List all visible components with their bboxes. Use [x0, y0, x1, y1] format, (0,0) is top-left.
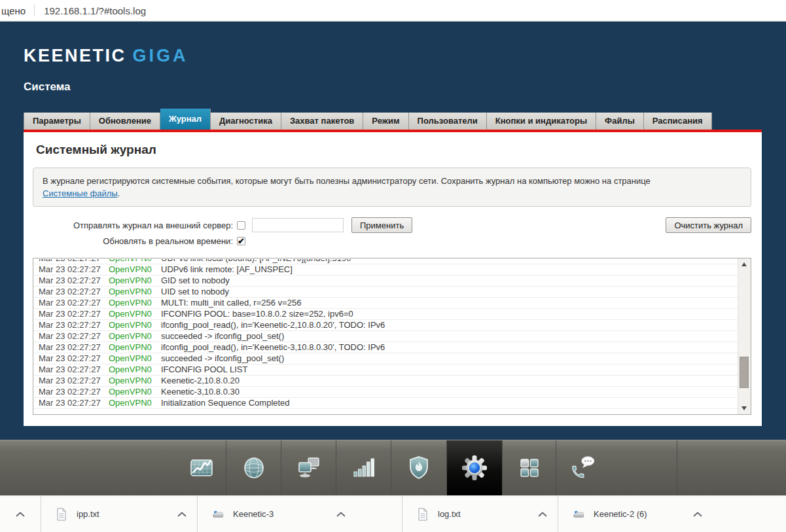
- log-message: UID set to nobody: [161, 287, 738, 297]
- log-row: Mar 23 02:27:27 OpenVPN0 IFCONFIG POOL L…: [33, 364, 738, 376]
- clear-log-button[interactable]: Очистить журнал: [666, 217, 751, 233]
- tab[interactable]: Пользователи: [409, 113, 487, 130]
- download-item[interactable]: ipp.txt: [41, 496, 198, 532]
- send-log-checkbox[interactable]: [237, 221, 245, 230]
- download-filename: ipp.txt: [77, 509, 99, 519]
- scrollbar-track[interactable]: [738, 258, 751, 414]
- scroll-up-button[interactable]: [738, 258, 751, 270]
- log-timestamp: Mar 23 02:27:27: [33, 364, 109, 375]
- realtime-checkbox[interactable]: [237, 237, 245, 245]
- log-timestamp: Mar 23 02:27:27: [33, 298, 109, 308]
- log-message: MULTI: multi_init called, r=256 v=256: [161, 298, 738, 308]
- log-message: GID set to nobody: [161, 275, 738, 286]
- taskbar-item-telephony-phone[interactable]: [556, 440, 677, 495]
- log-message: UDPv6 link local (bound): [AF_INET6][und…: [161, 259, 738, 264]
- security-status-label: щено: [1, 5, 26, 16]
- tab[interactable]: Кнопки и индикаторы: [487, 113, 596, 130]
- taskbar-item-wifi-signal[interactable]: [336, 440, 391, 495]
- log-message: Keenetic-2,10.8.0.20: [161, 376, 738, 386]
- local-network-icon: [295, 454, 323, 482]
- chevron-up-icon[interactable]: [693, 512, 702, 517]
- omnibox-separator: [34, 5, 35, 16]
- log-facility: OpenVPN0: [109, 320, 161, 330]
- log-facility: OpenVPN0: [109, 387, 161, 397]
- taskbar-item-applications-grid[interactable]: [503, 440, 556, 495]
- chevron-up-icon[interactable]: [538, 512, 547, 517]
- realtime-label: Обновлять в реальном времени:: [24, 236, 233, 246]
- tab[interactable]: Захват пакетов: [281, 113, 363, 130]
- log-timestamp: Mar 23 02:27:27: [33, 398, 109, 408]
- log-timestamp: Mar 23 02:27:27: [33, 320, 109, 330]
- tab[interactable]: Журнал: [160, 109, 211, 130]
- firewall-shield-icon: [405, 454, 433, 482]
- log-facility: OpenVPN0: [109, 342, 161, 353]
- log-row: Mar 23 02:27:27 OpenVPN0 ifconfig_pool_r…: [33, 320, 738, 331]
- downloads-shelf: ipp.txt Keenetic-3 log.txt Keenetic-2 (6…: [0, 495, 786, 532]
- log-facility: OpenVPN0: [109, 287, 161, 297]
- text-file-icon: [417, 508, 429, 521]
- brand-model: GIGA: [133, 46, 188, 65]
- tab[interactable]: Режим: [363, 113, 408, 130]
- send-log-label: Отправлять журнал на внешний сервер:: [24, 221, 233, 230]
- log-row: Mar 23 02:27:27 OpenVPN0 GID set to nobo…: [33, 275, 738, 287]
- brand-logo: KEENETICGIGA: [24, 46, 188, 66]
- log-row: Mar 23 02:27:27 OpenVPN0 Initialization …: [33, 398, 738, 409]
- log-timestamp: Mar 23 02:27:27: [33, 259, 109, 264]
- realtime-row: Обновлять в реальном времени:: [24, 236, 245, 246]
- tab[interactable]: Обновление: [90, 113, 160, 130]
- log-row: Mar 23 02:27:27 OpenVPN0 Keenetic-2,10.8…: [33, 376, 738, 387]
- tab[interactable]: Параметры: [24, 113, 90, 130]
- download-filename: Keenetic-3: [233, 509, 274, 519]
- log-facility: OpenVPN0: [109, 364, 161, 375]
- taskbar-item-internet-globe[interactable]: [226, 440, 281, 495]
- log-server-input[interactable]: [252, 218, 344, 232]
- page-title: Системный журнал: [36, 143, 156, 157]
- tab[interactable]: Расписания: [644, 113, 712, 130]
- download-filename: Keenetic-2 (6): [594, 509, 647, 519]
- log-row: Mar 23 02:27:27 OpenVPN0 succeeded -> if…: [33, 331, 738, 342]
- download-filename: log.txt: [438, 509, 461, 519]
- brand-name: KEENETIC: [24, 46, 126, 65]
- tab[interactable]: Диагностика: [211, 113, 281, 130]
- download-item[interactable]: log.txt: [402, 496, 558, 532]
- system-settings-gear-icon: [461, 454, 488, 482]
- generic-file-icon: [573, 508, 584, 521]
- log-message: succeeded -> ifconfig_pool_set(): [161, 353, 738, 364]
- download-item[interactable]: Keenetic-3: [198, 496, 402, 532]
- chevron-up-icon[interactable]: [16, 512, 25, 517]
- scroll-down-button[interactable]: [738, 403, 751, 414]
- log-row: Mar 23 02:27:27 OpenVPN0 UDPv6 link remo…: [33, 264, 738, 275]
- log-facility: OpenVPN0: [109, 259, 161, 264]
- log-timestamp: Mar 23 02:27:27: [33, 287, 109, 297]
- wifi-signal-icon: [350, 454, 378, 482]
- log-timestamp: Mar 23 02:27:27: [33, 387, 109, 397]
- taskbar-item-system-settings-gear[interactable]: [447, 440, 503, 495]
- taskbar-item-traffic-chart[interactable]: [0, 440, 226, 495]
- internet-globe-icon: [240, 454, 268, 482]
- system-log-viewport[interactable]: Mar 23 02:27:27 OpenVPN0 UDPv6 link loca…: [33, 258, 751, 415]
- apply-button[interactable]: Применить: [351, 217, 412, 233]
- log-row: Mar 23 02:27:27 OpenVPN0 ifconfig_pool_r…: [33, 342, 738, 353]
- log-timestamp: Mar 23 02:27:27: [33, 353, 109, 364]
- download-item[interactable]: Keenetic-2 (6): [558, 496, 786, 532]
- log-facility: OpenVPN0: [109, 275, 161, 286]
- log-rows: Mar 23 02:27:27 OpenVPN0 UDPv6 link loca…: [33, 259, 738, 414]
- chevron-up-icon[interactable]: [177, 512, 187, 517]
- log-timestamp: Mar 23 02:27:27: [33, 331, 109, 342]
- scrollbar-thumb[interactable]: [740, 357, 749, 388]
- log-message: ifconfig_pool_read(), in='Keenetic-2,10.…: [161, 320, 738, 330]
- chevron-up-icon[interactable]: [336, 512, 346, 517]
- log-message: ifconfig_pool_read(), in='Keenetic-3,10.…: [161, 342, 738, 353]
- tab[interactable]: Файлы: [596, 113, 644, 130]
- download-item[interactable]: [0, 496, 41, 532]
- bottom-icon-taskbar: [0, 440, 786, 495]
- log-row: Mar 23 02:27:27 OpenVPN0 UDPv6 link loca…: [33, 259, 738, 264]
- log-row: Mar 23 02:27:27 OpenVPN0 succeeded -> if…: [33, 353, 738, 364]
- taskbar-item-local-network[interactable]: [281, 440, 336, 495]
- log-row: Mar 23 02:27:27 OpenVPN0 Keenetic-3,10.8…: [33, 387, 738, 398]
- system-files-link[interactable]: Системные файлы: [43, 188, 118, 198]
- taskbar-item-firewall-shield[interactable]: [391, 440, 447, 495]
- text-file-icon: [56, 508, 67, 521]
- url-field[interactable]: 192.168.1.1/?#tools.log: [44, 5, 146, 16]
- log-row: Mar 23 02:27:27 OpenVPN0 MULTI: multi_in…: [33, 298, 738, 309]
